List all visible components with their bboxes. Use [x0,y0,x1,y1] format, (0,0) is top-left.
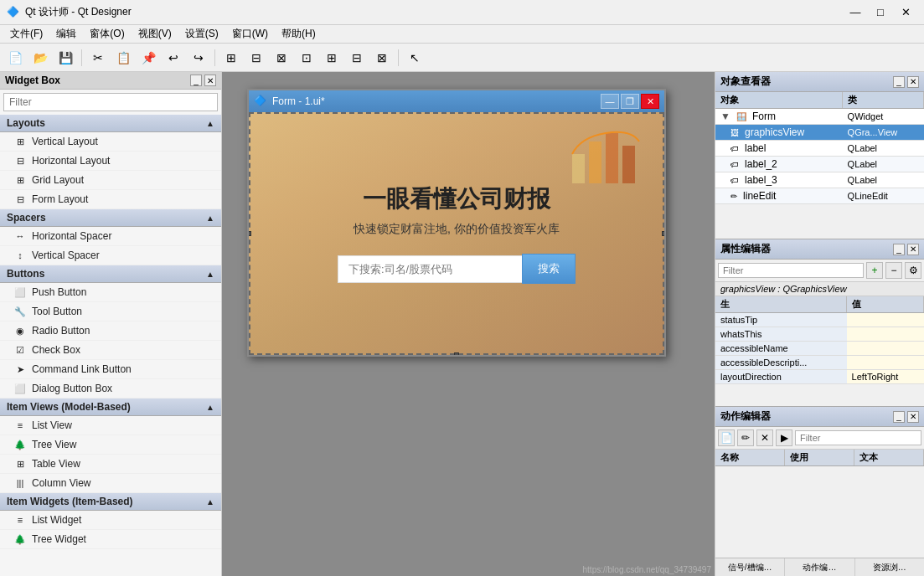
widget-vertical-layout[interactable]: ⊞ Vertical Layout [0,132,221,152]
tb-pointer[interactable]: ↖ [403,47,426,69]
pe-float[interactable]: _ [893,244,905,255]
close-button[interactable]: ✕ [894,3,917,22]
form-close[interactable]: ✕ [641,94,659,109]
obj-row-graphics-view[interactable]: 🖼 graphicsView QGra...View [715,125,924,141]
tb-cut[interactable]: ✂ [86,47,110,69]
obj-row-label[interactable]: 🏷 label QLabel [715,141,924,157]
prop-row-accessibledesc[interactable]: accessibleDescripti... [715,356,924,370]
menu-help[interactable]: 帮助(H) [275,25,323,43]
prop-row-statustip[interactable]: statusTip [715,313,924,327]
widget-dialog-button-box[interactable]: ⬜ Dialog Button Box [0,379,221,399]
category-item-views[interactable]: Item Views (Model-Based) ▲ [0,399,221,416]
canvas-area[interactable]: 🔷 Form - 1.ui* — ❐ ✕ [222,72,715,576]
widget-tree-widget[interactable]: 🌲 Tree Widget [0,530,221,549]
widget-radio-button[interactable]: ◉ Radio Button [0,321,221,341]
panel-float[interactable]: _ [190,75,202,86]
ae-btn-edit[interactable]: ✏ [737,429,754,446]
obj-row-label3[interactable]: 🏷 label_3 QLabel [715,172,924,188]
tb-undo[interactable]: ↩ [162,47,185,69]
tb-layout4[interactable]: ⊡ [295,47,318,69]
tb-open[interactable]: 📂 [28,47,52,69]
prop-value-whatsthis[interactable] [847,327,924,342]
panel-close[interactable]: ✕ [204,75,216,86]
obj-row-form[interactable]: ▼ 🪟 Form QWidget [715,109,924,125]
ae-btn-new[interactable]: 📄 [718,429,735,446]
prop-value-accessiblename[interactable] [847,342,924,356]
prop-value-statustip[interactable] [847,313,924,327]
tb-layout5[interactable]: ⊞ [320,47,343,69]
property-filter-input[interactable] [718,263,864,278]
widget-horizontal-spacer[interactable]: ↔ Horizontal Spacer [0,227,221,246]
title-bar: 🔷 Qt 设计师 - Qt Designer — □ ✕ [0,0,924,25]
obj-row-lineedit[interactable]: ✏ lineEdit QLineEdit [715,188,924,204]
widget-push-button[interactable]: ⬜ Push Button [0,283,221,302]
widget-vertical-spacer[interactable]: ↕ Vertical Spacer [0,246,221,265]
widget-command-link-button[interactable]: ➤ Command Link Button [0,360,221,379]
menu-file[interactable]: 文件(F) [3,25,49,43]
maximize-button[interactable]: □ [869,3,892,22]
tb-copy[interactable]: 📋 [111,47,135,69]
prop-value-accessibledesc[interactable] [847,356,924,370]
ae-btn-delete[interactable]: ✕ [756,429,773,446]
form-search-input[interactable] [338,255,522,283]
widget-form-layout[interactable]: ⊟ Form Layout [0,190,221,209]
watermark: https://blog.csdn.net/qq_34739497 [583,565,711,574]
prop-value-layoutdir[interactable]: LeftToRight [847,370,924,384]
category-item-widgets[interactable]: Item Widgets (Item-Based) ▲ [0,493,221,511]
prop-add-btn[interactable]: + [866,262,883,279]
prop-row-layoutdirection[interactable]: layoutDirection LeftToRight [715,370,924,384]
tb-redo[interactable]: ↪ [187,47,210,69]
category-buttons[interactable]: Buttons ▲ [0,265,221,283]
ae-close[interactable]: ✕ [907,411,919,423]
tb-layout7[interactable]: ⊠ [370,47,394,69]
prop-row-whatsthis[interactable]: whatsThis [715,327,924,342]
minimize-button[interactable]: — [844,3,867,22]
pe-close[interactable]: ✕ [907,244,919,255]
oi-float[interactable]: _ [893,76,905,88]
widget-column-view[interactable]: ||| Column View [0,474,221,493]
menu-settings[interactable]: 设置(S) [178,25,225,43]
menu-view[interactable]: 视图(V) [132,25,178,43]
category-layouts[interactable]: Layouts ▲ [0,115,221,132]
bottom-tab-resources[interactable]: 资源浏… [855,558,924,576]
tb-new[interactable]: 📄 [3,47,27,69]
widget-list-view[interactable]: ≡ List View [0,416,221,435]
action-toolbar: 📄 ✏ ✕ ▶ [715,427,924,450]
widget-grid-layout[interactable]: ⊞ Grid Layout [0,171,221,190]
app-title: Qt 设计师 - Qt Designer [25,5,844,19]
buttons-arrow: ▲ [206,270,214,279]
prop-config-btn[interactable]: ⚙ [905,262,921,279]
obj-row-label2[interactable]: 🏷 label_2 QLabel [715,157,924,172]
tb-layout3[interactable]: ⊠ [270,47,293,69]
form-title: Form - 1.ui* [272,95,601,107]
tb-layout1[interactable]: ⊞ [219,47,243,69]
form-minimize[interactable]: — [601,94,619,109]
widget-tool-button[interactable]: 🔧 Tool Button [0,302,221,321]
tb-save[interactable]: 💾 [54,47,77,69]
tb-layout6[interactable]: ⊟ [345,47,369,69]
menu-edit[interactable]: 编辑 [49,25,83,43]
widget-tree-view[interactable]: 🌲 Tree View [0,435,221,455]
widget-horizontal-layout[interactable]: ⊟ Horizontal Layout [0,152,221,171]
prop-row-accessiblename[interactable]: accessibleName [715,342,924,356]
tb-paste[interactable]: 📌 [137,47,160,69]
ae-btn-preview[interactable]: ▶ [776,429,792,446]
menu-window[interactable]: 窗口(W) [225,25,275,43]
tb-layout2[interactable]: ⊟ [245,47,268,69]
prop-remove-btn[interactable]: − [885,262,902,279]
form-window[interactable]: 🔷 Form - 1.ui* — ❐ ✕ [247,89,666,357]
form-search-button[interactable]: 搜索 [522,254,576,284]
action-editor-header: 动作编辑器 _ ✕ [715,407,924,427]
action-filter-input[interactable] [795,430,921,445]
oi-close[interactable]: ✕ [907,76,919,88]
category-spacers[interactable]: Spacers ▲ [0,209,221,227]
menu-form[interactable]: 窗体(O) [83,25,131,43]
widget-list-widget[interactable]: ≡ List Widget [0,511,221,530]
form-restore[interactable]: ❐ [621,94,639,109]
widget-filter-input[interactable] [3,93,218,111]
widget-table-view[interactable]: ⊞ Table View [0,455,221,474]
ae-float[interactable]: _ [893,411,905,423]
bottom-tab-signals[interactable]: 信号/槽编… [715,558,785,576]
widget-check-box[interactable]: ☑ Check Box [0,341,221,360]
bottom-tab-actions[interactable]: 动作编… [785,558,854,576]
